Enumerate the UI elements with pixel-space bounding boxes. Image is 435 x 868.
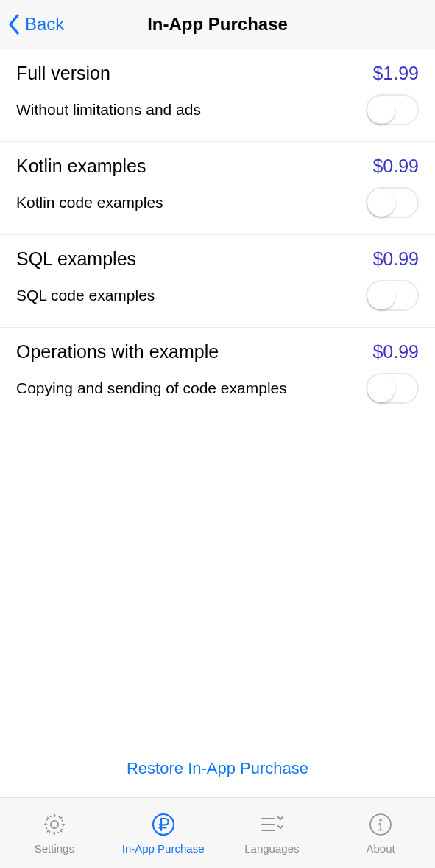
ruble-circle-icon [150, 811, 177, 838]
svg-point-7 [381, 819, 381, 820]
iap-subtitle: SQL code examples [16, 287, 366, 304]
tab-label: Settings [35, 842, 74, 855]
iap-price[interactable]: $1.99 [372, 63, 419, 84]
tab-bar: Settings In-App Purchase Languages [0, 797, 435, 868]
tab-settings[interactable]: Settings [0, 798, 109, 868]
iap-price[interactable]: $0.99 [372, 341, 419, 363]
iap-title: SQL examples [16, 248, 136, 270]
iap-row-full-version: Full version $1.99 Without limitations a… [0, 49, 435, 142]
toggle-sql[interactable] [366, 280, 419, 311]
tab-languages[interactable]: Languages [218, 798, 327, 868]
svg-point-0 [51, 821, 58, 828]
restore-button[interactable]: Restore In-App Purchase [127, 759, 308, 777]
tab-label: In-App Purchase [122, 842, 205, 855]
iap-subtitle: Without limitations and ads [16, 101, 366, 119]
iap-title: Operations with example [16, 341, 219, 363]
iap-row-sql: SQL examples $0.99 SQL code examples [0, 235, 435, 328]
tab-in-app-purchase[interactable]: In-App Purchase [109, 798, 218, 868]
tab-label: Languages [244, 842, 299, 855]
back-button[interactable]: Back [0, 13, 64, 35]
content-filler [0, 420, 435, 741]
tab-about[interactable]: About [326, 798, 435, 868]
navbar: Back In-App Purchase [0, 0, 435, 49]
back-label: Back [25, 14, 64, 35]
iap-price[interactable]: $0.99 [372, 155, 419, 177]
gear-icon [41, 811, 68, 838]
iap-row-kotlin: Kotlin examples $0.99 Kotlin code exampl… [0, 142, 435, 235]
toggle-kotlin[interactable] [366, 187, 419, 218]
restore-area: Restore In-App Purchase [0, 741, 435, 797]
iap-subtitle: Copying and sending of code examples [16, 379, 366, 397]
iap-title: Full version [16, 63, 110, 84]
iap-subtitle: Kotlin code examples [16, 194, 366, 211]
iap-title: Kotlin examples [16, 155, 146, 177]
iap-list: Full version $1.99 Without limitations a… [0, 49, 435, 420]
toggle-operations[interactable] [366, 373, 419, 404]
iap-row-operations: Operations with example $0.99 Copying an… [0, 328, 435, 420]
iap-price[interactable]: $0.99 [372, 248, 419, 270]
list-chevrons-icon [257, 811, 286, 838]
info-icon [367, 811, 394, 838]
toggle-full-version[interactable] [366, 94, 419, 125]
tab-label: About [367, 842, 395, 855]
page-title: In-App Purchase [0, 14, 435, 35]
chevron-left-icon [7, 13, 21, 35]
